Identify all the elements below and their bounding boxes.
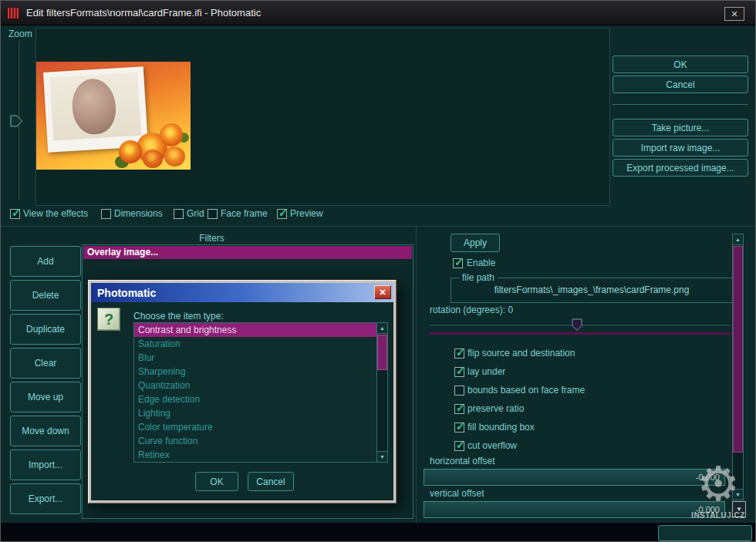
properties-scrollbar[interactable] xyxy=(732,234,744,500)
list-item-sharpening[interactable]: Sharpening xyxy=(134,365,376,379)
list-scroll-up-button[interactable] xyxy=(377,323,387,334)
ok-button[interactable]: OK xyxy=(613,56,748,73)
item-type-prompt: Choose the item type: xyxy=(133,311,224,321)
list-item-lighting[interactable]: Lighting xyxy=(134,406,376,420)
checkbox-bounds-based-on-face-frame[interactable] xyxy=(454,385,464,396)
checkbox-dimensions[interactable] xyxy=(101,209,111,219)
dialog-ok-button[interactable]: OK xyxy=(195,472,238,491)
dialog-inner: Photomatic ✕ ? Choose the item type: Con… xyxy=(91,283,393,500)
preserve-ratio-label: preserve ratio xyxy=(467,403,524,414)
import-raw-image-button[interactable]: Import raw image... xyxy=(613,139,748,157)
vertical-divider xyxy=(416,227,417,523)
checkbox-flip-source-and-destination[interactable] xyxy=(454,348,464,359)
view-the-effects-label: View the effects xyxy=(23,208,88,219)
lay-under-label: lay under xyxy=(467,366,505,377)
list-item-edge-detection[interactable]: Edge detection xyxy=(134,392,376,406)
import-button[interactable]: Import... xyxy=(10,449,81,480)
list-scroll-down-button[interactable] xyxy=(377,451,387,462)
fill-bounding-box-label: fill bounding box xyxy=(467,422,535,433)
bottom-right-button[interactable] xyxy=(658,525,752,541)
window-close-button[interactable]: ✕ xyxy=(724,7,744,21)
window-title: Edit filtersFormats\normal\cardFrame.ifi… xyxy=(26,7,261,19)
item-type-list[interactable]: Contrast and brightness Saturation Blur … xyxy=(133,322,388,463)
grid-label: Grid xyxy=(187,208,204,219)
vertical-offset-label: vertical offset xyxy=(430,488,484,499)
face-frame-label: Face frame xyxy=(221,208,268,219)
list-item-saturation[interactable]: Saturation xyxy=(134,337,376,351)
take-picture-button[interactable]: Take picture... xyxy=(613,119,748,136)
horizontal-offset-slider[interactable]: -0.000 xyxy=(424,469,725,486)
vertical-offset-value: -0.000 xyxy=(696,505,720,514)
scroll-down-button[interactable] xyxy=(733,489,743,500)
list-item-retinex[interactable]: Retinex xyxy=(134,448,376,462)
cut-overflow-label: cut overflow xyxy=(467,440,517,451)
list-item-quantization[interactable]: Quantization xyxy=(134,379,376,392)
move-down-button[interactable]: Move down xyxy=(10,416,81,446)
dialog-close-button[interactable]: ✕ xyxy=(374,285,391,299)
delete-button[interactable]: Delete xyxy=(10,280,81,311)
vertical-offset-dropdown-button[interactable] xyxy=(732,501,746,517)
export-button[interactable]: Export... xyxy=(10,483,81,514)
right-panel-separator xyxy=(613,104,748,105)
head-photo xyxy=(69,77,118,136)
checkbox-grid[interactable] xyxy=(174,209,184,219)
checkbox-preview[interactable] xyxy=(277,209,287,219)
dialog-title-bar[interactable]: Photomatic ✕ xyxy=(91,283,393,302)
filters-list-item-selected[interactable]: Overlay image... xyxy=(83,246,412,259)
clear-button[interactable]: Clear xyxy=(10,348,81,379)
preview-image xyxy=(36,62,191,170)
scrollbar-thumb[interactable] xyxy=(733,246,743,453)
horizontal-offset-value: -0.000 xyxy=(696,473,720,482)
file-path-label: file path xyxy=(459,272,498,283)
checkbox-enable[interactable] xyxy=(453,258,463,268)
checkbox-fill-bounding-box[interactable] xyxy=(454,422,464,433)
dialog-title: Photomatic xyxy=(97,287,156,299)
flowers-graphic xyxy=(115,123,189,168)
flip-source-label: flip source and destination xyxy=(467,348,575,359)
checkbox-preserve-ratio[interactable] xyxy=(454,404,464,414)
horizontal-offset-label: horizontal offset xyxy=(430,456,495,466)
bottom-bar xyxy=(1,523,756,542)
title-bar: Edit filtersFormats\normal\cardFrame.ifi… xyxy=(1,1,755,25)
dialog-body: ? Choose the item type: Contrast and bri… xyxy=(91,302,393,500)
list-item-color-temperature[interactable]: Color temperature xyxy=(134,420,376,434)
export-processed-image-button[interactable]: Export processed image... xyxy=(613,159,748,177)
question-icon: ? xyxy=(97,308,120,331)
list-scrollbar[interactable] xyxy=(376,323,387,462)
checkbox-cut-overflow[interactable] xyxy=(454,441,464,451)
dimensions-label: Dimensions xyxy=(114,208,163,219)
preview-area xyxy=(35,28,610,206)
app-icon xyxy=(7,7,19,19)
vertical-offset-slider[interactable]: -0.000 xyxy=(424,501,725,518)
checkbox-face-frame[interactable] xyxy=(208,209,218,219)
dialog-cancel-button[interactable]: Cancel xyxy=(248,472,294,491)
cancel-button[interactable]: Cancel xyxy=(613,76,748,93)
checkbox-lay-under[interactable] xyxy=(454,367,464,377)
zoom-label: Zoom xyxy=(8,29,32,39)
list-item-contrast-and-brightness[interactable]: Contrast and brightness xyxy=(134,323,376,337)
move-up-button[interactable]: Move up xyxy=(10,382,81,412)
rotation-slider-thumb[interactable] xyxy=(572,318,583,332)
list-item-blur[interactable]: Blur xyxy=(134,351,376,365)
app-window: Edit filtersFormats\normal\cardFrame.ifi… xyxy=(0,0,756,542)
list-scrollbar-thumb[interactable] xyxy=(377,335,387,370)
checkbox-view-the-effects[interactable] xyxy=(10,209,20,219)
zoom-slider-thumb[interactable] xyxy=(10,115,23,127)
filters-panel-title: Filters xyxy=(10,233,413,244)
item-type-dialog: Photomatic ✕ ? Choose the item type: Con… xyxy=(88,280,397,503)
apply-button[interactable]: Apply xyxy=(451,234,500,252)
list-item-curve-function[interactable]: Curve function xyxy=(134,434,376,448)
rotation-label: rotation (degrees): 0 xyxy=(430,305,513,315)
scroll-up-button[interactable] xyxy=(733,234,743,245)
preview-label: Preview xyxy=(290,208,323,219)
enable-label: Enable xyxy=(467,258,495,268)
bounds-face-frame-label: bounds based on face frame xyxy=(467,385,585,396)
add-button[interactable]: Add xyxy=(10,246,81,277)
horizontal-divider xyxy=(1,226,756,227)
duplicate-button[interactable]: Duplicate xyxy=(10,314,81,345)
rotation-gradient-bar xyxy=(430,332,731,335)
